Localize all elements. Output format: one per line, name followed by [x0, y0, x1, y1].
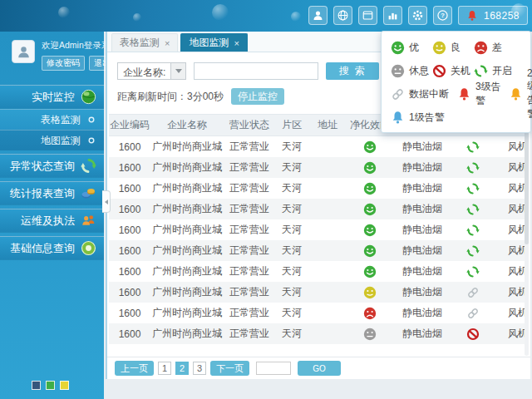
- tab-map-monitor[interactable]: 地图监测 ×: [180, 33, 247, 52]
- table-row: 1600广州时尚商业城正常营业天河静电油烟风机: [109, 178, 527, 199]
- tab-label: 表格监测: [120, 36, 160, 50]
- legend-item: 2级告警: [509, 67, 532, 121]
- sidebar-item-operations-enforcement[interactable]: 运维及执法: [0, 209, 104, 233]
- table-cell: 1600: [109, 245, 150, 257]
- user-block: 欢迎Admin登录系统 修改密码 退出系统: [0, 32, 104, 78]
- sidebar-item-label: 统计报表查询: [10, 186, 75, 201]
- chart-icon[interactable]: [383, 6, 402, 25]
- efficiency-excellent-icon: [347, 224, 393, 237]
- sidebar-item-abnormal-status-query[interactable]: 异常状态查询: [0, 154, 104, 178]
- efficiency-excellent-icon: [347, 140, 393, 154]
- close-icon[interactable]: ×: [234, 38, 239, 48]
- page-number-2[interactable]: 2: [175, 362, 189, 375]
- sidebar-item-table-monitor[interactable]: 表格监测: [0, 109, 104, 130]
- legend-item: 关机: [432, 64, 474, 78]
- bullet-icon: [86, 135, 96, 145]
- window-icon[interactable]: [358, 6, 377, 25]
- power-off-icon: [432, 64, 446, 78]
- avatar-person-icon: [16, 44, 32, 60]
- table-cell: 正常营业: [224, 140, 275, 154]
- purifier-state-on-icon: [451, 182, 495, 195]
- info-circle-icon: [81, 240, 96, 256]
- sidebar-item-statistics-report-query[interactable]: 统计报表查询: [0, 181, 104, 205]
- table-row: 1600广州时尚商业城正常营业天河静电油烟风机: [109, 136, 527, 157]
- table-cell: 正常营业: [224, 202, 275, 216]
- legend-item: 数据中断: [391, 87, 457, 101]
- user-icon[interactable]: [308, 6, 328, 25]
- status-legend-popup: 优良差休息关机开启数据中断3级告警2级告警1级告警: [381, 31, 531, 133]
- status-square: [32, 381, 41, 390]
- page-number-3[interactable]: 3: [193, 362, 206, 375]
- table-cell: 天河: [275, 181, 308, 195]
- change-password-button[interactable]: 修改密码: [42, 56, 85, 71]
- table-row: 1600广州时尚商业城正常营业天河静电油烟风机: [109, 157, 527, 178]
- sidebar-item-map-monitor[interactable]: 地图监测: [0, 130, 104, 150]
- next-page-button[interactable]: 下一页: [210, 361, 249, 376]
- top-bar: ? 168258: [0, 0, 532, 32]
- tab-table-monitor[interactable]: 表格监测 ×: [111, 33, 178, 52]
- report-icon: [81, 185, 96, 201]
- column-header: 片区: [275, 118, 308, 132]
- table-cell: 1600: [109, 266, 150, 278]
- table-row: 1600广州时尚商业城正常营业天河静电油烟风机: [109, 199, 527, 219]
- legend-item: 休息: [391, 64, 432, 78]
- table-cell: 静电油烟: [393, 202, 451, 216]
- bullet-icon: [86, 115, 96, 125]
- table-cell: 天河: [275, 223, 308, 237]
- topbar-icons: ?: [308, 6, 452, 25]
- sidebar-item-label: 表格监测: [41, 113, 81, 127]
- sidebar-item-label: 异常状态查询: [10, 159, 75, 174]
- table-cell: 正常营业: [224, 223, 275, 237]
- table-cell: 1600: [109, 204, 150, 215]
- prev-page-button[interactable]: 上一页: [115, 361, 154, 376]
- table-cell: 静电油烟: [393, 285, 451, 299]
- legend-label: 休息: [409, 64, 429, 78]
- sidebar-item-basic-info-query[interactable]: 基础信息查询: [0, 236, 104, 260]
- table-body: 1600广州时尚商业城正常营业天河静电油烟风机1600广州时尚商业城正常营业天河…: [109, 136, 527, 344]
- legend-item: 良: [432, 41, 474, 55]
- purifier-state-off-icon: [451, 328, 495, 341]
- efficiency-excellent-icon: [347, 161, 393, 175]
- table-cell: 静电油烟: [393, 223, 451, 237]
- company-name-select[interactable]: 企业名称:: [117, 62, 186, 80]
- column-header: 营业状态: [224, 118, 275, 132]
- dropdown-button[interactable]: [170, 63, 185, 79]
- data-interrupt-icon: [391, 87, 405, 101]
- gear-icon[interactable]: [408, 6, 427, 25]
- chevron-down-icon: [175, 69, 182, 73]
- column-header: 企业编码: [109, 118, 150, 132]
- table-row: 1600广州时尚商业城正常营业天河静电油烟风机: [109, 240, 527, 261]
- alarm-counter[interactable]: 168258: [458, 6, 528, 25]
- purifier-state-on-icon: [451, 161, 495, 175]
- smiley-rest-icon: [391, 64, 405, 78]
- page-number-1[interactable]: 1: [158, 362, 171, 375]
- vertical-scrollbar[interactable]: [525, 108, 529, 356]
- help-icon[interactable]: ?: [433, 6, 452, 25]
- purifier-state-on-icon: [451, 203, 495, 216]
- people-icon: [81, 213, 96, 229]
- efficiency-rest-icon: [347, 328, 393, 341]
- alarm-bell-icon: [466, 10, 478, 22]
- efficiency-poor-icon: [347, 307, 393, 320]
- purifier-state-on-icon: [451, 244, 495, 258]
- table-cell: 1600: [109, 162, 150, 174]
- legend-label: 2级告警: [527, 67, 532, 121]
- alarm-level2-icon: [509, 87, 523, 101]
- sidebar-menu: 实时监控表格监测地图监测异常状态查询统计报表查询运维及执法基础信息查询: [0, 85, 104, 260]
- sidebar-item-realtime-monitor[interactable]: 实时监控: [0, 85, 104, 109]
- table-cell: 广州时尚商业城: [150, 181, 224, 195]
- stop-monitor-button[interactable]: 停止监控: [231, 88, 284, 105]
- page-jump-input[interactable]: [256, 362, 291, 375]
- close-icon[interactable]: ×: [165, 38, 170, 48]
- power-on-icon: [474, 64, 488, 78]
- search-button[interactable]: 搜 索: [326, 62, 379, 80]
- search-input[interactable]: [194, 62, 318, 80]
- smiley-poor-icon: [474, 41, 488, 55]
- column-header: 地址: [308, 118, 347, 132]
- sidebar-collapse-handle[interactable]: [102, 190, 111, 213]
- legend-label: 数据中断: [409, 87, 449, 101]
- legend-item: 3级告警: [457, 80, 509, 108]
- go-button[interactable]: GO: [298, 361, 341, 376]
- sidebar-item-label: 基础信息查询: [10, 241, 75, 256]
- globe-icon[interactable]: [333, 6, 352, 25]
